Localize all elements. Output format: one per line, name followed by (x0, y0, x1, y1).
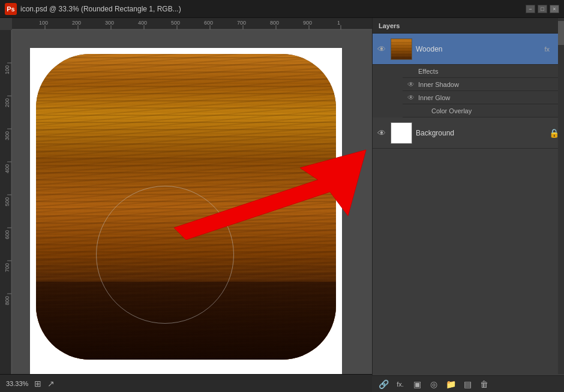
svg-text:100: 100 (39, 20, 48, 26)
window-title: icon.psd @ 33.3% (Rounded Rectangle 1, R… (20, 5, 522, 13)
mask-button[interactable]: ▤ (461, 378, 474, 390)
zoom-icon[interactable]: ⊞ (34, 379, 41, 388)
titlebar: Ps icon.psd @ 33.3% (Rounded Rectangle 1… (0, 0, 564, 18)
svg-text:700: 700 (237, 20, 246, 26)
right-panel: Layers 👁 Wooden fx ▲ 👁 Effects 👁 Inner S… (372, 18, 564, 392)
layer-wooden[interactable]: 👁 Wooden fx ▲ (373, 34, 564, 65)
layer-background-visibility[interactable]: 👁 (377, 128, 387, 138)
svg-text:500: 500 (4, 197, 10, 206)
zoom-level: 33.33% (6, 380, 28, 387)
svg-text:200: 200 (4, 98, 10, 107)
effect-inner-glow-visibility[interactable]: 👁 (407, 94, 415, 102)
effect-inner-glow[interactable]: 👁 Inner Glow (403, 91, 564, 104)
effect-inner-shadow[interactable]: 👁 Inner Shadow (403, 78, 564, 91)
svg-text:400: 400 (4, 164, 10, 173)
group-button[interactable]: 📁 (444, 378, 457, 390)
svg-text:500: 500 (171, 20, 180, 26)
effects-group: 👁 Effects 👁 Inner Shadow 👁 Inner Glow 👁 … (373, 65, 564, 117)
layers-area: 👁 Wooden fx ▲ 👁 Effects 👁 Inner Shadow 👁 (373, 34, 564, 149)
svg-text:300: 300 (105, 20, 114, 26)
photoshop-canvas (30, 48, 342, 374)
layers-tab-label[interactable]: Layers (379, 22, 400, 29)
svg-text:700: 700 (4, 263, 10, 272)
effect-inner-shadow-name: Inner Shadow (418, 81, 459, 88)
svg-text:300: 300 (4, 131, 10, 140)
layer-wooden-info: Wooden (416, 45, 541, 53)
canvas-area (12, 30, 372, 374)
layers-panel-header: Layers (373, 18, 564, 34)
minimize-button[interactable]: − (526, 5, 535, 13)
effects-label: Effects (418, 68, 438, 75)
svg-text:600: 600 (4, 230, 10, 239)
effect-inner-shadow-visibility[interactable]: 👁 (407, 80, 415, 89)
layer-background-thumb (391, 122, 412, 144)
icon-artwork (36, 54, 336, 360)
ruler-left: 100 200 300 400 500 600 700 800 (0, 30, 12, 392)
icon-circle (96, 186, 234, 324)
layer-wooden-visibility[interactable]: 👁 (377, 44, 387, 54)
layer-background-name: Background (416, 129, 545, 137)
share-icon[interactable]: ↗ (47, 379, 55, 388)
svg-text:100: 100 (4, 65, 10, 74)
svg-text:200: 200 (72, 20, 81, 26)
effect-inner-glow-name: Inner Glow (418, 94, 450, 101)
app-logo: Ps (5, 3, 17, 15)
svg-rect-22 (0, 30, 12, 392)
layer-wooden-fx[interactable]: fx (544, 46, 550, 53)
layers-scrollbar-thumb[interactable] (558, 21, 564, 45)
layer-background-info: Background (416, 129, 545, 137)
layer-background[interactable]: 👁 Background 🔒 (373, 117, 564, 149)
svg-text:800: 800 (4, 296, 10, 305)
svg-text:400: 400 (138, 20, 147, 26)
layers-toolbar: 🔗 fx. ▣ ◎ 📁 ▤ 🗑 (372, 375, 564, 392)
layers-scrollbar[interactable] (558, 18, 564, 374)
effect-color-overlay[interactable]: 👁 Color Overlay (403, 104, 564, 117)
link-button[interactable]: 🔗 (377, 378, 390, 390)
new-layer-button[interactable]: ▣ (410, 378, 424, 390)
window-controls: − □ × (526, 5, 559, 13)
wood-texture (36, 54, 336, 360)
svg-text:900: 900 (303, 20, 312, 26)
fx-button[interactable]: fx. (394, 378, 407, 390)
layer-wooden-name: Wooden (416, 45, 541, 53)
delete-layer-button[interactable]: 🗑 (478, 378, 491, 390)
effects-header-item: 👁 Effects (403, 65, 564, 78)
svg-text:800: 800 (270, 20, 279, 26)
layer-wooden-thumb (391, 38, 412, 60)
effect-color-overlay-name: Color Overlay (431, 107, 472, 114)
maximize-button[interactable]: □ (538, 5, 547, 13)
svg-text:1: 1 (337, 20, 340, 26)
close-button[interactable]: × (550, 5, 559, 13)
status-bar: 33.33% ⊞ ↗ (0, 374, 372, 392)
adjustment-button[interactable]: ◎ (427, 378, 440, 390)
svg-text:600: 600 (204, 20, 213, 26)
